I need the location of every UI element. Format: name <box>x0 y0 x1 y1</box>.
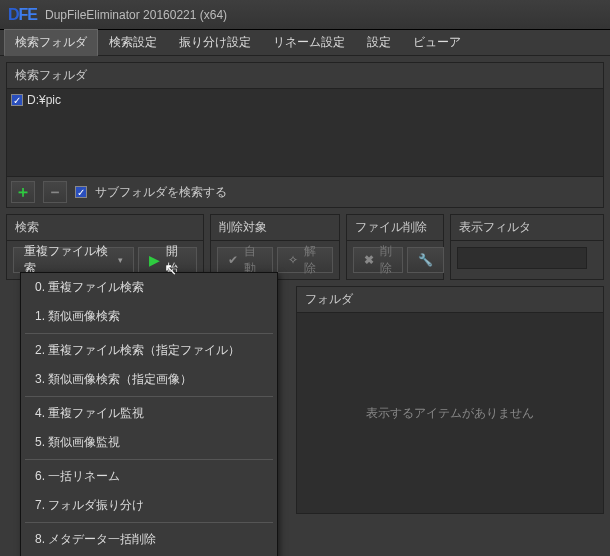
menu-separator <box>25 396 273 397</box>
unmark-button[interactable]: ✧解除 <box>277 247 333 273</box>
menu-separator <box>25 522 273 523</box>
plus-icon: ＋ <box>15 182 31 203</box>
menu-item[interactable]: 3. 類似画像検索（指定画像） <box>21 365 277 394</box>
folder-row[interactable]: ✓D:¥pic <box>11 93 599 107</box>
search-section-title: 検索 <box>7 215 203 241</box>
search-folders-panel: 検索フォルダ ✓D:¥pic ＋ － ✓ サブフォルダを検索する <box>6 62 604 208</box>
tab-設定[interactable]: 設定 <box>356 29 402 56</box>
auto-mark-button[interactable]: ✔自動 <box>217 247 273 273</box>
delete-button[interactable]: ✖削除 <box>353 247 403 273</box>
delete-target-title: 削除対象 <box>211 215 339 241</box>
menu-item[interactable]: 1. 類似画像検索 <box>21 302 277 331</box>
folder-controls: ＋ － ✓ サブフォルダを検索する <box>7 176 603 207</box>
file-delete-section: ファイル削除 ✖削除 🔧 <box>346 214 444 280</box>
play-icon: ▶ <box>149 252 160 268</box>
x-icon: ✖ <box>364 253 374 267</box>
chevron-down-icon: ▾ <box>118 255 123 265</box>
top-tabs: 検索フォルダ検索設定振り分け設定リネーム設定設定ビューア <box>0 30 610 56</box>
menu-item[interactable]: 0. 重複ファイル検索 <box>21 273 277 302</box>
start-search-button[interactable]: ▶ 開始 <box>138 247 197 273</box>
subfolder-label: サブフォルダを検索する <box>95 184 227 201</box>
titlebar: DFE DupFileEliminator 20160221 (x64) <box>0 0 610 30</box>
search-mode-dropdown[interactable]: 重複ファイル検索 ▾ <box>13 247 134 273</box>
menu-item[interactable]: 6. 一括リネーム <box>21 462 277 491</box>
folder-path: D:¥pic <box>27 93 61 107</box>
display-filter-title: 表示フィルタ <box>451 215 603 241</box>
display-filter-input[interactable] <box>457 247 587 269</box>
tab-振り分け設定[interactable]: 振り分け設定 <box>168 29 262 56</box>
menu-item[interactable]: 4. 重複ファイル監視 <box>21 399 277 428</box>
folder-list[interactable]: ✓D:¥pic <box>7 88 603 176</box>
subfolder-checkbox[interactable]: ✓ <box>75 186 87 198</box>
grid-column-folder[interactable]: フォルダ <box>297 287 603 313</box>
menu-item[interactable]: 5. 類似画像監視 <box>21 428 277 457</box>
app-logo: DFE <box>8 6 37 24</box>
menu-separator <box>25 459 273 460</box>
window-title: DupFileEliminator 20160221 (x64) <box>45 8 227 22</box>
delete-target-section: 削除対象 ✔自動 ✧解除 <box>210 214 340 280</box>
add-folder-button[interactable]: ＋ <box>11 181 35 203</box>
tab-リネーム設定[interactable]: リネーム設定 <box>262 29 356 56</box>
wrench-icon: 🔧 <box>418 253 433 267</box>
minus-icon: － <box>47 182 63 203</box>
tab-ビューア[interactable]: ビューア <box>402 29 472 56</box>
tab-検索設定[interactable]: 検索設定 <box>98 29 168 56</box>
search-section: 検索 重複ファイル検索 ▾ ▶ 開始 <box>6 214 204 280</box>
menu-separator <box>25 333 273 334</box>
folder-checkbox[interactable]: ✓ <box>11 94 23 106</box>
tab-検索フォルダ[interactable]: 検索フォルダ <box>4 29 98 56</box>
display-filter-section: 表示フィルタ <box>450 214 604 280</box>
menu-item[interactable]: 2. 重複ファイル検索（指定ファイル） <box>21 336 277 365</box>
remove-folder-button[interactable]: － <box>43 181 67 203</box>
search-folders-header: 検索フォルダ <box>7 63 603 88</box>
grid-empty-message: 表示するアイテムがありません <box>297 313 603 513</box>
search-mode-menu: 0. 重複ファイル検索1. 類似画像検索2. 重複ファイル検索（指定ファイル）3… <box>20 272 278 556</box>
uncheck-icon: ✧ <box>288 253 298 267</box>
action-sections: 検索 重複ファイル検索 ▾ ▶ 開始 削除対象 ✔自動 ✧解除 ファイル削除 ✖… <box>6 214 604 280</box>
delete-settings-button[interactable]: 🔧 <box>407 247 444 273</box>
check-icon: ✔ <box>228 253 238 267</box>
file-delete-title: ファイル削除 <box>347 215 443 241</box>
menu-item[interactable]: 7. フォルダ振り分け <box>21 491 277 520</box>
menu-item[interactable]: 8. メタデータ一括削除 <box>21 525 277 554</box>
